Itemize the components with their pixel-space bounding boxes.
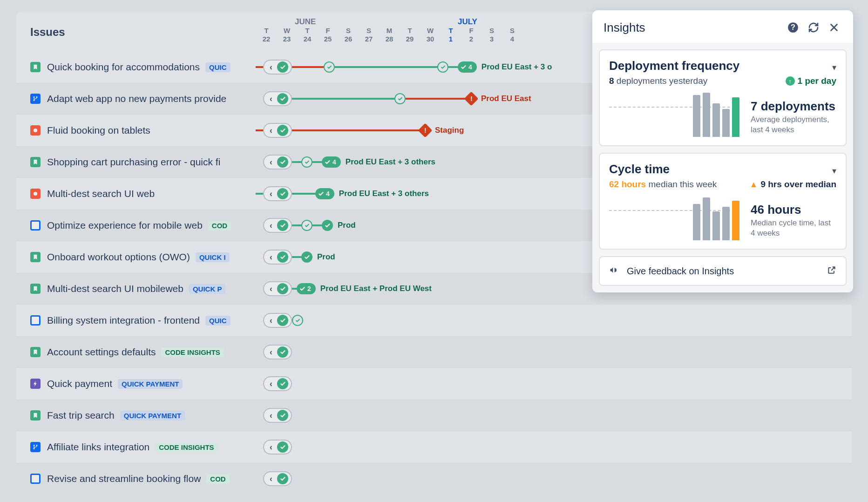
error-icon (30, 189, 41, 199)
chart-bar (693, 204, 700, 240)
issue-title: Account settings defaults (47, 346, 156, 358)
status-pill[interactable]: ‹ (263, 281, 292, 296)
svg-point-4 (34, 192, 37, 196)
status-pill[interactable]: ‹ (263, 155, 292, 170)
day-column: S26 (338, 27, 359, 43)
cycle-time-card: Cycle time ▾ 62 hours median this week ▲… (599, 153, 847, 250)
svg-text:?: ? (791, 23, 795, 31)
deploy-chart (609, 93, 739, 137)
status-pill[interactable]: ‹ (263, 471, 292, 486)
chevron-down-icon[interactable]: ▾ (832, 59, 836, 73)
issue-title: Fluid booking on tablets (47, 125, 150, 136)
check-marker (324, 61, 335, 73)
chevron-left-icon[interactable]: ‹ (266, 189, 276, 199)
chevron-left-icon[interactable]: ‹ (266, 474, 276, 484)
chevron-left-icon[interactable]: ‹ (266, 157, 276, 167)
day-column: S3 (481, 27, 502, 43)
chevron-left-icon[interactable]: ‹ (266, 379, 276, 389)
check-icon (277, 441, 288, 453)
issue-tag[interactable]: CODE INSIGHTS (161, 347, 224, 357)
status-pill[interactable]: ‹ (263, 313, 292, 328)
issue-tag[interactable]: COD (206, 474, 229, 484)
chevron-left-icon[interactable]: ‹ (266, 221, 276, 231)
warning-icon: ▲ (750, 180, 758, 190)
chevron-left-icon[interactable]: ‹ (266, 126, 276, 136)
issue-row[interactable]: Account settings defaultsCODE INSIGHTS‹ (16, 336, 852, 368)
issue-tag[interactable]: QUICK P (189, 284, 226, 294)
chevron-left-icon[interactable]: ‹ (266, 284, 276, 294)
issue-tag[interactable]: QUICK PAYMENT (118, 379, 183, 389)
status-pill[interactable]: ‹ (263, 345, 292, 360)
timeline: 2Prod EU East + Prod EU West (292, 283, 432, 294)
issue-title: Multi-dest search UI web (47, 188, 155, 199)
issue-title: Quick booking for accommodations (47, 61, 200, 73)
day-column: W30 (420, 27, 441, 43)
bookmark-icon (30, 347, 41, 357)
issues-heading: Issues (30, 26, 65, 39)
check-marker (394, 93, 406, 104)
error-marker: ! (418, 123, 432, 137)
status-pill[interactable]: ‹ (263, 91, 292, 106)
issue-row[interactable]: Billing system integration - frontendQUI… (16, 305, 852, 336)
day-column: M28 (379, 27, 400, 43)
cycle-big-value: 46 hours (751, 203, 836, 217)
timeline (292, 315, 303, 326)
chevron-left-icon[interactable]: ‹ (266, 62, 276, 72)
timeline: Prod (292, 251, 335, 263)
chevron-left-icon[interactable]: ‹ (266, 316, 276, 326)
help-icon[interactable]: ? (785, 20, 801, 35)
check-icon (277, 93, 288, 104)
status-pill[interactable]: ‹ (263, 60, 292, 75)
chevron-down-icon[interactable]: ▾ (832, 162, 836, 176)
issue-title: Billing system integration - frontend (47, 315, 200, 326)
status-pill[interactable]: ‹ (263, 376, 292, 391)
status-pill[interactable]: ‹ (263, 218, 292, 233)
chart-bar (722, 109, 730, 137)
issue-title: Onboard workout options (OWO) (47, 251, 190, 263)
issue-tag[interactable]: QUICK PAYMENT (120, 411, 185, 421)
chevron-left-icon[interactable]: ‹ (266, 252, 276, 262)
chevron-left-icon[interactable]: ‹ (266, 411, 276, 421)
feedback-card[interactable]: Give feedback on Insights (599, 256, 847, 286)
chevron-left-icon[interactable]: ‹ (266, 442, 276, 452)
check-marker (292, 315, 303, 326)
check-marker (301, 220, 312, 231)
external-link-icon (827, 265, 836, 277)
issue-title: Fast trip search (47, 410, 115, 421)
status-pill[interactable]: ‹ (263, 186, 292, 201)
day-column: T29 (400, 27, 420, 43)
status-pill[interactable]: ‹ (263, 408, 292, 423)
day-column: T24 (297, 27, 318, 43)
issue-tag[interactable]: COD (208, 221, 231, 231)
status-pill[interactable]: ‹ (263, 440, 292, 455)
status-pill[interactable]: ‹ (263, 123, 292, 138)
issue-row[interactable]: Quick paymentQUICK PAYMENT‹ (16, 368, 852, 400)
timeline: !Staging (292, 125, 464, 136)
issue-tag[interactable]: QUIC (205, 316, 231, 326)
check-badge: 4 (315, 188, 334, 199)
issue-tag[interactable]: QUICK I (196, 252, 230, 262)
branch-icon (30, 94, 41, 104)
feedback-text: Give feedback on Insights (627, 266, 827, 277)
issue-row[interactable]: Affiliate links integrationCODE INSIGHTS… (16, 431, 852, 463)
issue-row[interactable]: Fast trip searchQUICK PAYMENT‹ (16, 400, 852, 431)
deploy-subtitle: 8 deployments yesterday (609, 76, 707, 86)
calendar-days: T22W23T24F25S26S27M28T29W30T1F2S3S4 (256, 27, 522, 43)
check-marker (437, 61, 448, 73)
issue-tag[interactable]: CODE INSIGHTS (155, 442, 217, 452)
issue-title: Multi-dest search UI mobileweb (47, 283, 183, 294)
check-icon (277, 61, 288, 73)
issue-row[interactable]: Revise and streamline booking flowCOD‹ (16, 463, 852, 491)
chevron-left-icon[interactable]: ‹ (266, 94, 276, 104)
month-label-july: JULY (458, 17, 477, 27)
issue-tag[interactable]: QUIC (205, 62, 231, 72)
env-label: Prod EU East (481, 94, 531, 103)
env-label: Prod EU East + Prod EU West (320, 284, 432, 293)
chart-bar (732, 201, 739, 240)
chevron-left-icon[interactable]: ‹ (266, 347, 276, 357)
refresh-icon[interactable] (806, 20, 821, 35)
check-badge: 2 (297, 283, 316, 294)
status-pill[interactable]: ‹ (263, 250, 292, 265)
issue-title: Revise and streamline booking flow (47, 473, 201, 484)
close-icon[interactable] (826, 20, 842, 35)
